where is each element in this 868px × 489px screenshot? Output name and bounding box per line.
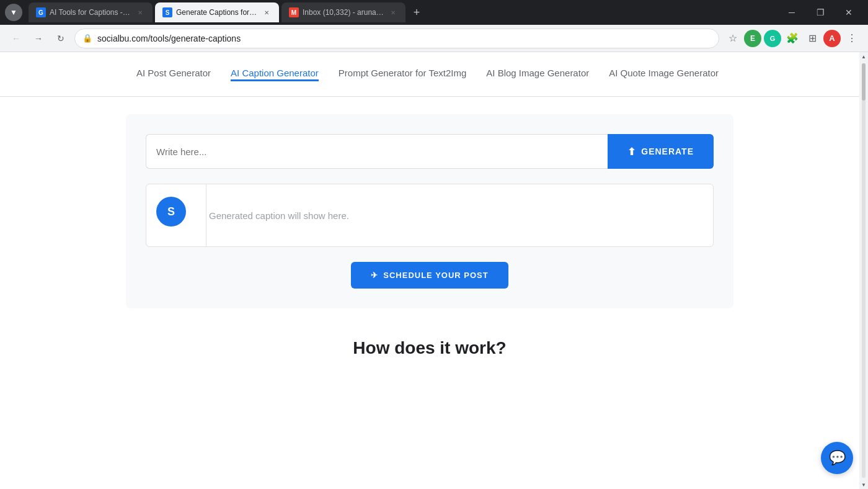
tab-ai-caption-generator[interactable]: AI Caption Generator bbox=[231, 68, 319, 81]
back-button[interactable]: ← bbox=[7, 30, 25, 47]
tab-1[interactable]: G AI Tools for Captions - Google ✕ bbox=[29, 2, 153, 22]
profile-switch-icon[interactable]: ⊞ bbox=[804, 30, 821, 47]
generate-button-label: GENERATE bbox=[641, 146, 694, 156]
scroll-down-arrow[interactable]: ▼ bbox=[859, 480, 868, 489]
tab-2-favicon: S bbox=[162, 7, 172, 17]
tab-2-label: Generate Captions for Social M... bbox=[176, 8, 258, 17]
page-content: AI Post Generator AI Caption Generator P… bbox=[0, 52, 859, 358]
tab-1-favicon: G bbox=[36, 7, 46, 17]
right-scrollbar: ▲ ▼ bbox=[859, 52, 868, 489]
tab-1-close[interactable]: ✕ bbox=[135, 7, 145, 17]
close-button[interactable]: ✕ bbox=[835, 2, 863, 22]
tab-2[interactable]: S Generate Captions for Social M... ✕ bbox=[155, 2, 279, 22]
generate-icon: ⬆ bbox=[627, 146, 636, 158]
address-bar: ← → ↻ 🔒 socialbu.com/tools/generate-capt… bbox=[0, 25, 868, 52]
schedule-row: ✈ SCHEDULE YOUR POST bbox=[146, 262, 714, 289]
avatar-section: S bbox=[146, 184, 196, 246]
tab-3-close[interactable]: ✕ bbox=[388, 7, 398, 17]
tab-1-label: AI Tools for Captions - Google bbox=[50, 8, 131, 17]
tab-ai-quote-image[interactable]: AI Quote Image Generator bbox=[609, 68, 719, 81]
schedule-button[interactable]: ✈ SCHEDULE YOUR POST bbox=[351, 262, 508, 289]
how-title: How does it work? bbox=[353, 338, 506, 357]
tab-bar: ▼ G AI Tools for Captions - Google ✕ S G… bbox=[0, 0, 868, 25]
menu-icon[interactable]: ⋮ bbox=[843, 30, 861, 47]
browser-window: ▼ G AI Tools for Captions - Google ✕ S G… bbox=[0, 0, 868, 489]
user-avatar[interactable]: A bbox=[823, 30, 841, 47]
puzzle-icon[interactable]: 🧩 bbox=[784, 30, 801, 47]
toolbar-icons: ☆ E G 🧩 ⊞ A ⋮ bbox=[724, 30, 861, 47]
reload-button[interactable]: ↻ bbox=[52, 30, 69, 47]
lock-icon: 🔒 bbox=[82, 34, 92, 43]
generate-button[interactable]: ⬆ GENERATE bbox=[608, 134, 714, 169]
restore-button[interactable]: ❐ bbox=[806, 2, 835, 22]
url-text: socialbu.com/tools/generate-captions bbox=[97, 34, 241, 43]
caption-input[interactable] bbox=[146, 134, 608, 169]
browser-chrome: ▼ G AI Tools for Captions - Google ✕ S G… bbox=[0, 0, 868, 52]
tab-ai-blog-image[interactable]: AI Blog Image Generator bbox=[486, 68, 589, 81]
input-row: ⬆ GENERATE bbox=[146, 134, 714, 169]
main-card: ⬆ GENERATE S Generated caption will show… bbox=[126, 114, 733, 308]
grammarly-icon[interactable]: G bbox=[764, 30, 781, 47]
scroll-up-arrow[interactable]: ▲ bbox=[859, 52, 868, 61]
profile-dropdown[interactable]: ▼ bbox=[5, 4, 22, 21]
tab-ai-post-generator[interactable]: AI Post Generator bbox=[136, 68, 211, 81]
window-controls: ─ ❐ ✕ bbox=[777, 2, 863, 22]
brand-avatar: S bbox=[156, 197, 186, 227]
caption-placeholder-text: Generated caption will show here. bbox=[209, 210, 349, 221]
minimize-button[interactable]: ─ bbox=[777, 2, 806, 22]
tab-prompt-generator[interactable]: Prompt Generator for Text2Img bbox=[339, 68, 466, 81]
url-bar[interactable]: 🔒 socialbu.com/tools/generate-captions bbox=[74, 29, 719, 48]
tab-3-label: Inbox (10,332) - arunabh348@... bbox=[303, 8, 384, 17]
schedule-icon: ✈ bbox=[371, 271, 378, 280]
caption-result-area: S Generated caption will show here. bbox=[146, 184, 714, 247]
tab-3-favicon: M bbox=[289, 7, 299, 17]
chat-icon: 💬 bbox=[829, 450, 846, 466]
tab-2-close[interactable]: ✕ bbox=[262, 7, 272, 17]
star-icon[interactable]: ☆ bbox=[724, 30, 742, 47]
how-section: How does it work? bbox=[0, 326, 859, 358]
scrollbar-track[interactable] bbox=[862, 63, 866, 478]
caption-content: Generated caption will show here. bbox=[206, 184, 713, 246]
chat-bubble[interactable]: 💬 bbox=[821, 442, 853, 474]
scrollbar-thumb[interactable] bbox=[862, 63, 866, 101]
new-tab-button[interactable]: + bbox=[408, 4, 425, 21]
page-nav-tabs: AI Post Generator AI Caption Generator P… bbox=[0, 52, 859, 97]
tab-3[interactable]: M Inbox (10,332) - arunabh348@... ✕ bbox=[281, 2, 405, 22]
forward-button[interactable]: → bbox=[30, 30, 47, 47]
extension-icon-1[interactable]: E bbox=[744, 30, 761, 47]
schedule-button-label: SCHEDULE YOUR POST bbox=[383, 271, 488, 280]
